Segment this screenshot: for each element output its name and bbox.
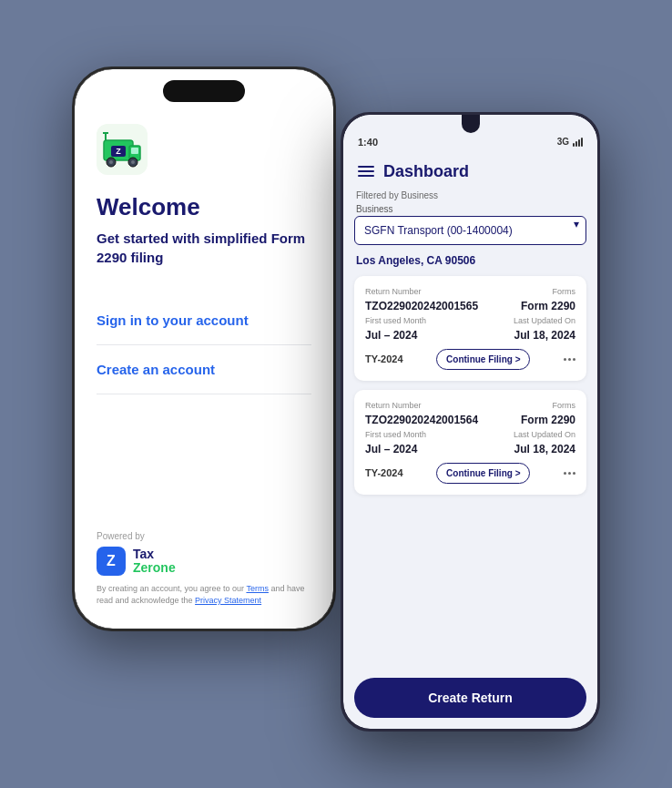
dashboard-title: Dashboard <box>383 162 469 181</box>
return-number-label-1: Return Number <box>365 287 422 296</box>
sign-in-link[interactable]: Sign in to your account <box>97 296 311 345</box>
card-2-header-row: Return Number Forms <box>365 401 575 410</box>
filing-card-2: Return Number Forms TZO229020242001564 F… <box>354 390 586 495</box>
status-icons: 3G <box>557 137 583 147</box>
status-time: 1:40 <box>358 137 378 148</box>
business-select-wrapper: Business SGFN Transport (00-1400004) ▾ <box>354 204 586 245</box>
taxzerone-logo: Z Tax Zerone <box>97 547 311 576</box>
svg-rect-3 <box>131 148 138 154</box>
first-used-label-1: First used Month <box>365 316 426 325</box>
forms-value-2: Form 2290 <box>521 414 575 426</box>
phone-2-device: 1:40 3G Dashboard <box>341 112 600 732</box>
forms-value-1: Form 2290 <box>521 300 575 312</box>
tz-icon: Z <box>97 547 126 576</box>
card-1-date-labels: First used Month Last Updated On <box>365 316 575 325</box>
first-used-value-1: Jul – 2024 <box>365 329 417 342</box>
privacy-link[interactable]: Privacy Statement <box>195 596 261 605</box>
card-2-date-labels: First used Month Last Updated On <box>365 430 575 439</box>
welcome-title: Welcome <box>97 193 311 221</box>
signal-bars-icon <box>573 138 583 147</box>
return-number-value-2: TZO229020242001564 <box>365 414 478 426</box>
dashboard-body: Filtered by Business Business SGFN Trans… <box>343 190 597 670</box>
welcome-subtitle: Get started with simplified Form 2290 fi… <box>97 229 311 267</box>
app-logo-icon: Z <box>97 124 148 175</box>
teardrop-notch <box>462 115 480 133</box>
svg-point-9 <box>131 160 135 164</box>
phone-1-device: Z Welcome Get started with simplified Fo… <box>72 67 336 631</box>
create-return-button[interactable]: Create Return <box>354 678 586 718</box>
tz-tax-text: Tax <box>133 548 176 561</box>
phone-1-footer: Powered by Z Tax Zerone By creating an a… <box>97 517 311 606</box>
forms-label-2: Forms <box>553 401 576 410</box>
card-2-values-row: TZO229020242001564 Form 2290 <box>365 414 575 426</box>
ty-badge-2: TY-2024 <box>365 467 403 478</box>
last-updated-label-2: Last Updated On <box>514 430 575 439</box>
dashboard-header: Dashboard <box>343 153 597 190</box>
filing-card-1: Return Number Forms TZO229020242001565 F… <box>354 276 586 381</box>
dynamic-island <box>163 80 245 102</box>
card-1-footer-row: TY-2024 Continue Filing > <box>365 349 575 370</box>
return-number-label-2: Return Number <box>365 401 422 410</box>
last-updated-value-2: Jul 18, 2024 <box>514 443 575 455</box>
last-updated-value-1: Jul 18, 2024 <box>514 329 575 342</box>
svg-text:Z: Z <box>116 147 121 156</box>
return-number-value-1: TZO229020242001565 <box>365 300 478 312</box>
more-options-icon-2[interactable] <box>564 472 575 475</box>
last-updated-label-1: Last Updated On <box>514 316 575 325</box>
terms-link[interactable]: Terms <box>246 584 269 593</box>
tz-name: Tax Zerone <box>133 548 176 576</box>
card-2-date-values: Jul – 2024 Jul 18, 2024 <box>365 443 575 455</box>
card-1-header-row: Return Number Forms <box>365 287 575 296</box>
more-options-icon-1[interactable] <box>564 358 575 361</box>
first-used-label-2: First used Month <box>365 430 426 439</box>
continue-filing-button-2[interactable]: Continue Filing > <box>436 463 530 484</box>
card-2-footer-row: TY-2024 Continue Filing > <box>365 463 575 484</box>
footer-text: By creating an account, you agree to our… <box>97 583 311 606</box>
svg-point-7 <box>109 160 113 164</box>
powered-by-label: Powered by <box>97 531 311 541</box>
continue-filing-button-1[interactable]: Continue Filing > <box>436 349 530 370</box>
phone-1-screen: Z Welcome Get started with simplified Fo… <box>75 69 333 629</box>
phone-1-content: Z Welcome Get started with simplified Fo… <box>75 69 333 629</box>
network-label: 3G <box>557 137 569 147</box>
phones-container: Z Welcome Get started with simplified Fo… <box>72 39 600 750</box>
create-account-link[interactable]: Create an account <box>97 345 311 394</box>
first-used-value-2: Jul – 2024 <box>365 443 417 455</box>
phone-2-screen: 1:40 3G Dashboard <box>343 115 597 729</box>
tz-zerone-text: Zerone <box>133 561 176 575</box>
ty-badge-1: TY-2024 <box>365 353 403 364</box>
forms-label-1: Forms <box>553 287 576 296</box>
tz-icon-letter: Z <box>107 553 116 569</box>
business-select-label: Business <box>354 204 586 214</box>
location-text: Los Angeles, CA 90506 <box>354 254 586 267</box>
menu-icon[interactable] <box>358 166 374 177</box>
card-1-date-values: Jul – 2024 Jul 18, 2024 <box>365 329 575 342</box>
business-select[interactable]: SGFN Transport (00-1400004) <box>354 216 586 245</box>
filter-label: Filtered by Business <box>354 190 586 200</box>
card-1-values-row: TZO229020242001565 Form 2290 <box>365 300 575 312</box>
